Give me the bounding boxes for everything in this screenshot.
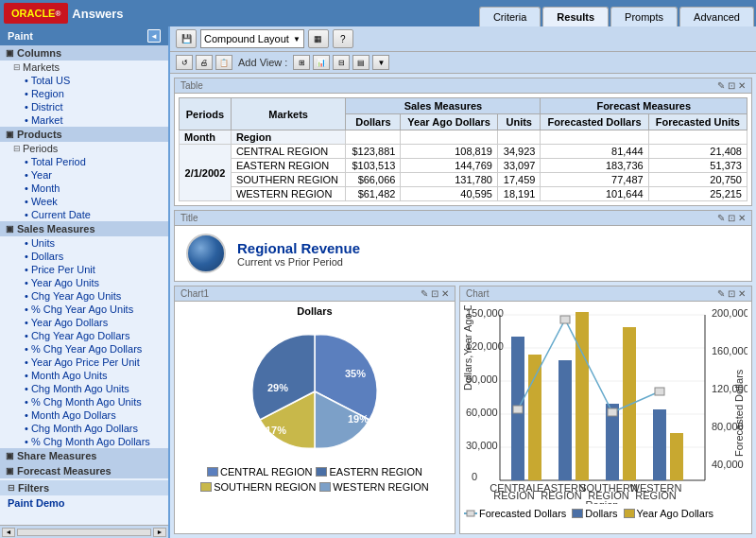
svg-text:REGION: REGION <box>493 490 534 501</box>
legend2-yago: Year Ago Dollars <box>624 508 714 519</box>
layout-icon-btn[interactable]: ▦ <box>308 29 329 48</box>
th-forecasted-dollars: Forecasted Dollars <box>541 114 648 130</box>
bar-eastern-dollars <box>558 360 572 480</box>
th-year-ago-dollars: Year Ago Dollars <box>401 114 498 130</box>
table-edit-icon[interactable]: ✎ <box>717 80 725 91</box>
tree-chg-year-ago-units[interactable]: • Chg Year Ago Units <box>0 289 168 303</box>
tab-prompts[interactable]: Prompts <box>610 7 678 26</box>
forecast-dot-southern <box>608 408 617 416</box>
tree-pct-chg-month-ago-dollars[interactable]: • % Chg Month Ago Dollars <box>0 435 168 448</box>
legend-eastern: EASTERN REGION <box>316 466 421 477</box>
tree-current-date[interactable]: • Current Date <box>0 208 168 221</box>
title-panel-label: Title <box>180 213 198 223</box>
title-edit-icon[interactable]: ✎ <box>717 213 725 223</box>
left-panel: Paint ◄ ▣ Columns ⊟ Markets • Total US •… <box>0 26 170 538</box>
legend2-dollars-color <box>572 509 583 518</box>
chart1-edit-icon[interactable]: ✎ <box>421 288 428 299</box>
scroll-left-btn[interactable]: ◄ <box>2 528 15 537</box>
forecast-dot-western <box>655 388 664 395</box>
export-btn[interactable]: 📋 <box>215 55 232 70</box>
chart-view-btn[interactable]: 📊 <box>313 55 330 70</box>
tab-criteria[interactable]: Criteria <box>479 7 541 26</box>
tree-pct-chg-year-ago-dollars[interactable]: • % Chg Year Ago Dollars <box>0 342 168 356</box>
tree-pct-chg-month-ago-units[interactable]: • % Chg Month Ago Units <box>0 395 168 408</box>
tree-chg-year-ago-dollars[interactable]: • Chg Year Ago Dollars <box>0 329 168 342</box>
table-panel: Table ✎ ⊡ ✕ Periods Markets <box>174 78 752 206</box>
cell-units-central: 34,923 <box>497 145 541 159</box>
chart2-icons: ✎ ⊡ ✕ <box>717 288 746 299</box>
tree-pct-chg-year-ago-units[interactable]: • % Chg Year Ago Units <box>0 303 168 316</box>
tree-total-period[interactable]: • Total Period <box>0 155 168 168</box>
tree-market[interactable]: • Market <box>0 113 168 127</box>
chart2-content: 150,000 120,000 90,000 60,000 30,000 0 2… <box>460 302 751 523</box>
table-close-icon[interactable]: ✕ <box>738 80 746 91</box>
scroll-right-btn[interactable]: ► <box>153 528 166 537</box>
title-close-icon[interactable]: ✕ <box>738 213 746 223</box>
tree-periods[interactable]: ⊟ Periods <box>0 142 168 155</box>
tree-month[interactable]: • Month <box>0 182 168 195</box>
filter-view-btn[interactable]: ▤ <box>352 55 369 70</box>
horizontal-scrollbar[interactable]: ◄ ► <box>0 525 168 538</box>
chart1-resize-icon[interactable]: ⊡ <box>431 288 438 299</box>
tree-month-ago-dollars[interactable]: • Month Ago Dollars <box>0 408 168 422</box>
help-btn[interactable]: ? <box>333 29 353 48</box>
cell-fdollars-western: 101,644 <box>541 187 648 201</box>
tree-dollars[interactable]: • Dollars <box>0 250 168 263</box>
tree-year-ago-price[interactable]: • Year Ago Price Per Unit <box>0 356 168 369</box>
tab-results[interactable]: Results <box>542 7 609 26</box>
section-share-measures[interactable]: ▣ Share Measures <box>0 448 168 463</box>
compound-layout-dropdown[interactable]: Compound Layout ▼ <box>200 29 304 48</box>
save-btn[interactable]: 💾 <box>176 29 197 48</box>
tree-price-per-unit[interactable]: • Price Per Unit <box>0 263 168 276</box>
legend-western-color <box>319 482 331 492</box>
print-btn[interactable]: 🖨 <box>196 55 213 70</box>
refresh-btn[interactable]: ↺ <box>176 55 193 70</box>
tab-advanced[interactable]: Advanced <box>679 7 754 26</box>
chart1-chart-title: Dollars <box>297 305 332 317</box>
collapse-btn[interactable]: ◄ <box>147 29 161 43</box>
legend-central: CENTRAL REGION <box>207 466 312 477</box>
svg-text:35%: 35% <box>345 368 366 379</box>
section-forecast-measures[interactable]: ▣ Forecast Measures <box>0 463 168 478</box>
tree-chg-month-ago-dollars[interactable]: • Chg Month Ago Dollars <box>0 422 168 435</box>
filters-section[interactable]: ⊟ Filters <box>0 480 168 495</box>
tree-units[interactable]: • Units <box>0 236 168 250</box>
add-view-toolbar: ↺ 🖨 📋 Add View : ⊞ 📊 ⊟ ▤ ▼ <box>170 52 756 74</box>
tree-total-us[interactable]: • Total US <box>0 74 168 87</box>
bar-western-yago <box>670 433 683 480</box>
title-subheading: Current vs Prior Period <box>237 256 360 268</box>
scroll-track[interactable] <box>17 529 151 536</box>
cell-units-western: 18,191 <box>497 187 541 201</box>
title-text-area: Regional Revenue Current vs Prior Period <box>237 240 360 268</box>
title-resize-icon[interactable]: ⊡ <box>728 213 735 223</box>
chart1-title: Chart1 <box>180 288 209 299</box>
tree-month-ago-units[interactable]: • Month Ago Units <box>0 369 168 382</box>
section-products[interactable]: ▣ Products <box>0 127 168 142</box>
tree-year-ago-dollars[interactable]: • Year Ago Dollars <box>0 316 168 329</box>
cell-region-western: WESTERN REGION <box>231 187 346 201</box>
section-sales-measures[interactable]: ▣ Sales Measures <box>0 221 168 236</box>
tree-district[interactable]: • District <box>0 100 168 113</box>
more-btn[interactable]: ▼ <box>372 55 389 70</box>
chart2-edit-icon[interactable]: ✎ <box>717 288 725 299</box>
tree-year-ago-units[interactable]: • Year Ago Units <box>0 276 168 289</box>
chart1-close-icon[interactable]: ✕ <box>441 288 449 299</box>
chart2-close-icon[interactable]: ✕ <box>738 288 746 299</box>
pivot-view-btn[interactable]: ⊟ <box>333 55 350 70</box>
svg-text:60,000: 60,000 <box>466 407 498 418</box>
chart2-resize-icon[interactable]: ⊡ <box>728 288 735 299</box>
tree-chg-month-ago-units[interactable]: • Chg Month Ago Units <box>0 382 168 395</box>
table-resize-icon[interactable]: ⊡ <box>728 80 735 91</box>
svg-text:160,000: 160,000 <box>712 345 747 356</box>
tree-region[interactable]: • Region <box>0 87 168 100</box>
tree-markets[interactable]: ⊟ Markets <box>0 61 168 74</box>
legend2-dollars: Dollars <box>572 508 617 519</box>
cell-dollars-eastern: $103,513 <box>346 159 401 173</box>
table-view-btn[interactable]: ⊞ <box>293 55 310 70</box>
paint-demo-link[interactable]: Paint Demo <box>0 495 168 511</box>
chart1-icons: ✎ ⊡ ✕ <box>421 288 449 299</box>
section-columns[interactable]: ▣ Columns <box>0 45 168 61</box>
cell-dollars-central: $123,881 <box>346 145 401 159</box>
tree-week[interactable]: • Week <box>0 195 168 208</box>
tree-year[interactable]: • Year <box>0 168 168 182</box>
